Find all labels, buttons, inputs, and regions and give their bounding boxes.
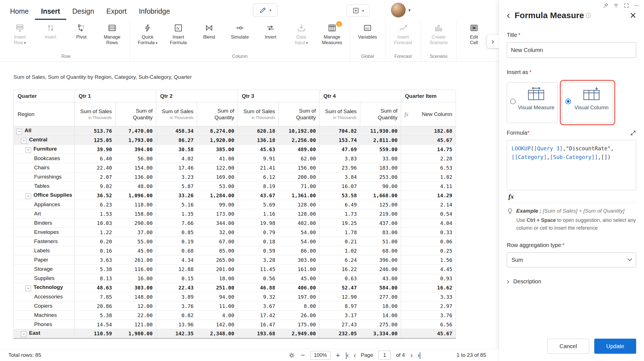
- value-cell[interactable]: 2,811.00: [360, 136, 401, 145]
- value-cell[interactable]: 7.66: [156, 218, 197, 228]
- radio-unchecked-icon[interactable]: [510, 99, 516, 104]
- ribbon-button-insert-formula[interactable]: fxInsertFormula: [163, 21, 194, 53]
- first-page-button[interactable]: |‹: [345, 351, 348, 359]
- row-label[interactable]: Art: [14, 209, 75, 218]
- row-label[interactable]: Phones: [14, 320, 75, 329]
- value-cell[interactable]: 128.00: [279, 209, 319, 218]
- value-cell[interactable]: 201.00: [197, 265, 238, 274]
- value-cell[interactable]: 6.53: [401, 163, 456, 172]
- row-label[interactable]: Accessories: [14, 292, 75, 301]
- value-cell[interactable]: 20.86: [75, 301, 115, 311]
- value-cell[interactable]: 14.00: [360, 311, 401, 320]
- radio-checked-icon[interactable]: [565, 99, 571, 104]
- value-cell[interactable]: 0.15: [156, 274, 197, 283]
- value-cell[interactable]: 14.29: [401, 191, 456, 200]
- value-cell[interactable]: 128.00: [279, 200, 319, 209]
- value-cell[interactable]: 175.00: [279, 320, 319, 329]
- value-cell[interactable]: 22.40: [75, 163, 115, 172]
- row-label[interactable]: Chairs: [14, 163, 75, 172]
- value-cell[interactable]: 4.02: [156, 154, 197, 163]
- value-cell[interactable]: 41.00: [197, 154, 238, 163]
- value-cell[interactable]: 27.43: [319, 320, 360, 329]
- collapse-icon[interactable]: −: [21, 331, 27, 337]
- sales-header[interactable]: Sum of Salesin Thousands: [238, 102, 279, 126]
- value-cell[interactable]: 9.32: [238, 292, 279, 301]
- tab-design[interactable]: Design: [66, 7, 100, 20]
- row-label[interactable]: Machines: [14, 311, 75, 320]
- row-label[interactable]: −Central: [14, 136, 75, 145]
- filter-icon[interactable]: [613, 3, 619, 8]
- value-cell[interactable]: 90.00: [360, 182, 401, 191]
- value-cell[interactable]: 1,980.00: [115, 329, 156, 338]
- value-cell[interactable]: 43.67: [238, 191, 279, 200]
- focus-mode-icon[interactable]: [624, 3, 629, 8]
- column-group-header[interactable]: Qtr 1: [75, 90, 156, 102]
- value-cell[interactable]: 458.34: [156, 126, 197, 136]
- value-cell[interactable]: 9.91: [238, 154, 279, 163]
- collapse-icon[interactable]: −: [25, 286, 31, 291]
- value-cell[interactable]: 10.03: [75, 218, 115, 228]
- value-cell[interactable]: 5.87: [156, 182, 197, 191]
- value-cell[interactable]: 12.88: [156, 265, 197, 274]
- value-cell[interactable]: 71.00: [279, 182, 319, 191]
- value-cell[interactable]: 68.00: [360, 246, 401, 255]
- collapse-icon[interactable]: −: [25, 147, 31, 153]
- ribbon-button-insert-row[interactable]: InsertRow ▾: [4, 21, 35, 53]
- value-cell[interactable]: 0.79: [238, 228, 279, 237]
- value-cell[interactable]: 154.00: [115, 163, 156, 172]
- value-cell[interactable]: 158.00: [115, 209, 156, 218]
- value-cell[interactable]: 2,949.00: [279, 329, 319, 338]
- zoom-out-button[interactable]: −: [301, 352, 305, 359]
- value-cell[interactable]: 193.68: [238, 329, 279, 338]
- value-cell[interactable]: 2.28: [401, 154, 456, 163]
- value-cell[interactable]: 0.54: [401, 209, 456, 218]
- value-cell[interactable]: 36.52: [75, 191, 115, 200]
- value-cell[interactable]: 45.00: [115, 246, 156, 255]
- row-label[interactable]: Tables: [14, 182, 75, 191]
- value-cell[interactable]: 122.00: [197, 163, 238, 172]
- value-cell[interactable]: 4.11: [401, 182, 456, 191]
- sales-header[interactable]: Sum of Salesin Thousands: [156, 102, 197, 126]
- update-button[interactable]: Update: [594, 339, 636, 354]
- value-cell[interactable]: 136.00: [115, 172, 156, 182]
- previous-page-button[interactable]: ‹: [354, 351, 355, 359]
- value-cell[interactable]: 437.00: [360, 218, 401, 228]
- ribbon-button-pivot[interactable]: Pivot: [66, 21, 97, 53]
- cancel-button[interactable]: Cancel: [547, 339, 589, 354]
- value-cell[interactable]: 394.00: [115, 145, 156, 154]
- value-cell[interactable]: 6.56: [401, 320, 456, 329]
- value-cell[interactable]: 1,793.00: [115, 136, 156, 145]
- tab-insert[interactable]: Insert: [35, 7, 66, 20]
- value-cell[interactable]: 513.76: [75, 126, 115, 136]
- value-cell[interactable]: 3.83: [319, 154, 360, 163]
- value-cell[interactable]: 14.54: [75, 320, 115, 329]
- value-cell[interactable]: 43.00: [360, 274, 401, 283]
- value-cell[interactable]: 16.62: [401, 283, 456, 292]
- value-cell[interactable]: 4.45: [401, 265, 456, 274]
- value-cell[interactable]: 0.33: [401, 228, 456, 237]
- value-cell[interactable]: 303.00: [279, 255, 319, 265]
- value-cell[interactable]: 197.00: [279, 292, 319, 301]
- value-cell[interactable]: 11,930.00: [360, 126, 401, 136]
- ribbon-button-invert-columns[interactable]: Invert: [255, 21, 286, 53]
- value-cell[interactable]: 16.47: [238, 320, 279, 329]
- value-cell[interactable]: 0.20: [75, 237, 115, 246]
- collapse-icon[interactable]: −: [16, 129, 22, 134]
- value-cell[interactable]: 26.00: [279, 311, 319, 320]
- row-label[interactable]: Furnishings: [14, 172, 75, 182]
- value-cell[interactable]: 54.00: [279, 228, 319, 237]
- add-widget-dropdown[interactable]: ▾: [347, 4, 370, 17]
- value-cell[interactable]: 4.00: [197, 311, 238, 320]
- row-label[interactable]: Supplies: [14, 274, 75, 283]
- more-options-icon[interactable]: [634, 3, 640, 8]
- value-cell[interactable]: 21.41: [238, 163, 279, 172]
- value-cell[interactable]: 3.33: [401, 292, 456, 301]
- value-cell[interactable]: 1,096.00: [115, 191, 156, 200]
- value-cell[interactable]: 8.97: [319, 301, 360, 311]
- value-cell[interactable]: 110.59: [75, 329, 115, 338]
- row-label[interactable]: Storage: [14, 265, 75, 274]
- value-cell[interactable]: 99.00: [197, 200, 238, 209]
- value-cell[interactable]: 6.49: [319, 200, 360, 209]
- title-input[interactable]: [507, 42, 636, 58]
- value-cell[interactable]: 62.00: [279, 154, 319, 163]
